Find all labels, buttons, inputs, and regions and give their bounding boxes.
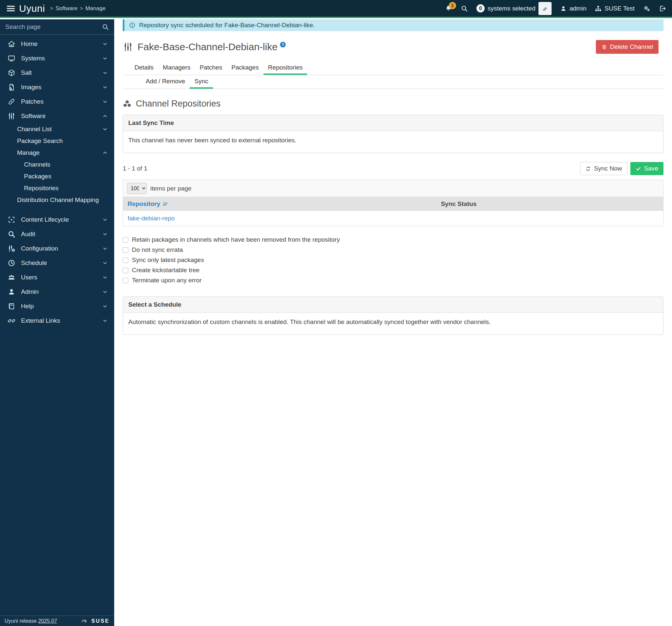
sidebar-item-images[interactable]: Images [0, 80, 114, 95]
sidebar-item-software[interactable]: Software [0, 109, 114, 123]
alert-text: Repository sync scheduled for Fake-Base-… [139, 22, 315, 29]
save-button[interactable]: Save [630, 162, 664, 175]
sidebar-item-label: Content Lifecycle [21, 216, 102, 223]
checkbox-terminate-upon-any-error[interactable] [123, 278, 128, 283]
sign-out-icon[interactable] [659, 5, 666, 12]
chevron-up-icon [102, 114, 107, 119]
sidebar-item-channel-list[interactable]: Channel List [0, 123, 114, 135]
sidebar-item-schedule[interactable]: Schedule [0, 256, 114, 270]
check-icon [635, 166, 641, 172]
suse-logo: SUSE [80, 618, 110, 624]
repository-column-header: Repository [123, 197, 436, 211]
sidebar-item-channels[interactable]: Channels [0, 159, 114, 171]
sidebar-item-label: Users [21, 274, 102, 281]
sidebar-item-content-lifecycle[interactable]: Content Lifecycle [0, 212, 114, 227]
release-version-link[interactable]: 2025.07 [38, 618, 57, 624]
sidebar-item-label: Package Search [17, 137, 107, 145]
brand-logo[interactable]: Uyuni [19, 3, 45, 14]
items-per-page-select[interactable]: 100 [127, 183, 147, 194]
sidebar-item-label: Distribution Channel Mapping [17, 196, 107, 204]
tab-packages[interactable]: Packages [227, 61, 263, 75]
checkbox-row-create-kickstartable-tree: Create kickstartable tree [123, 267, 664, 274]
checkbox-label: Retain packages in channels which have b… [132, 236, 340, 243]
sync-status-cell [436, 211, 663, 226]
menu-toggle-icon[interactable] [6, 4, 16, 14]
search-icon[interactable] [102, 23, 109, 30]
clear-selection-button[interactable] [538, 2, 552, 15]
breadcrumb-item-manage[interactable]: Manage [77, 5, 105, 12]
sidebar-item-users[interactable]: Users [0, 270, 114, 285]
tab-patches[interactable]: Patches [195, 61, 227, 75]
sidebar-item-distribution-channel-mapping[interactable]: Distribution Channel Mapping [0, 194, 114, 206]
checkbox-row-terminate-upon-any-error: Terminate upon any error [123, 277, 664, 284]
sidebar-item-manage[interactable]: Manage [0, 147, 114, 159]
sidebar-item-help[interactable]: Help [0, 299, 114, 314]
checkbox-create-kickstartable-tree[interactable] [123, 268, 128, 273]
table-row: fake-debian-repo [123, 211, 663, 226]
svg-text:?: ? [282, 42, 284, 47]
sidebar-item-label: Salt [21, 69, 102, 76]
cubes-icon [123, 99, 131, 108]
checkbox-sync-only-latest-packages[interactable] [123, 257, 128, 263]
sidebar-item-external-links[interactable]: External Links [0, 314, 114, 328]
repository-sort-link[interactable]: Repository [128, 200, 168, 207]
chameleon-icon [80, 618, 89, 624]
checkbox-label: Do not sync errata [132, 246, 183, 253]
sidebar-item-patches[interactable]: Patches [0, 95, 114, 109]
page-title: Fake-Base-Channel-Debian-like [138, 41, 278, 52]
patches-icon [7, 98, 16, 106]
tab-details[interactable]: Details [130, 61, 158, 75]
sidebar-item-repositories[interactable]: Repositories [0, 182, 114, 194]
preferences-gears-icon[interactable] [643, 5, 650, 12]
help-icon[interactable]: ? [280, 41, 286, 48]
sidebar: HomeSystemsSaltImagesPatchesSoftwareChan… [0, 19, 114, 626]
repositories-table-block: 100 items per page Repository Sync Statu… [123, 180, 664, 226]
sidebar-item-systems[interactable]: Systems [0, 51, 114, 66]
organization-name: SUSE Test [604, 5, 634, 12]
chevron-down-icon [102, 318, 107, 323]
sync-now-button[interactable]: Sync Now [580, 162, 627, 175]
chevron-down-icon [102, 56, 107, 61]
tab-repositories[interactable]: Repositories [263, 61, 308, 75]
checkbox-do-not-sync-errata[interactable] [123, 247, 128, 253]
chevron-down-icon [102, 231, 107, 237]
delete-channel-button[interactable]: Delete Channel [596, 40, 658, 54]
sidebar-item-package-search[interactable]: Package Search [0, 135, 114, 147]
sidebar-item-salt[interactable]: Salt [0, 66, 114, 80]
sidebar-item-label: Configuration [21, 245, 102, 252]
sidebar-item-label: Schedule [21, 259, 102, 267]
last-sync-panel-body: This channel has never been synced to ex… [123, 131, 663, 153]
search-input[interactable] [5, 23, 100, 30]
chevron-down-icon [102, 41, 107, 47]
images-icon [7, 83, 16, 91]
table-header-row: Repository Sync Status [123, 197, 663, 211]
release-info: Uyuni release 2025.07 [5, 618, 57, 624]
systems-selected-label: systems selected [487, 5, 535, 12]
sitemap-icon [595, 5, 601, 12]
breadcrumb-item-software[interactable]: Software [48, 5, 77, 12]
chevron-down-icon [102, 246, 107, 251]
subtab-add-remove[interactable]: Add / Remove [141, 75, 190, 89]
sidebar-item-configuration[interactable]: Configuration [0, 241, 114, 256]
sidebar-item-admin[interactable]: Admin [0, 285, 114, 299]
sidebar-item-label: Home [21, 40, 102, 48]
suse-wordmark: SUSE [91, 618, 110, 624]
organization-menu[interactable]: SUSE Test [595, 5, 634, 12]
channel-tabs: DetailsManagersPatchesPackagesRepositori… [123, 61, 664, 75]
search-icon[interactable] [461, 5, 468, 12]
sidebar-item-audit[interactable]: Audit [0, 227, 114, 241]
sidebar-item-home[interactable]: Home [0, 37, 114, 51]
section-title: Channel Repositories [123, 99, 664, 109]
checkbox-row-do-not-sync-errata: Do not sync errata [123, 246, 664, 253]
user-menu[interactable]: admin [560, 5, 587, 12]
tab-managers[interactable]: Managers [158, 61, 195, 75]
sidebar-item-packages[interactable]: Packages [0, 171, 114, 182]
topbar: Uyuni Software Manage 2 0 systems select… [0, 0, 672, 18]
subtab-sync[interactable]: Sync [190, 75, 213, 89]
notifications-bell-icon[interactable]: 2 [445, 5, 452, 12]
checkbox-retain-packages-in-channels-wh[interactable] [123, 237, 128, 243]
repository-link[interactable]: fake-debian-repo [128, 215, 175, 222]
sync-status-column-header: Sync Status [436, 197, 663, 211]
chevron-down-icon [102, 275, 107, 280]
checkbox-label: Sync only latest packages [132, 256, 204, 264]
